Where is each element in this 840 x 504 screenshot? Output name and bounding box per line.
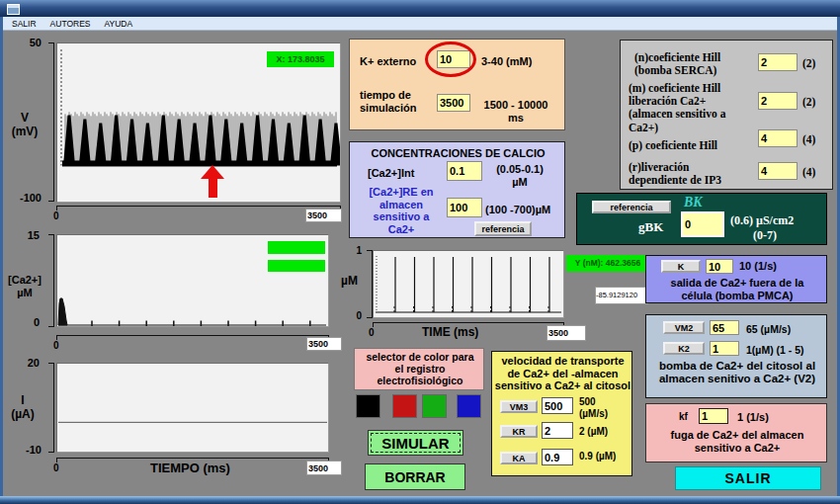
release-rate-title: velocidad de transporte de Ca2+ del -alm… [492, 355, 633, 392]
hill-r-input[interactable] [758, 162, 798, 180]
kf-range: 1 (1/s) [737, 411, 769, 424]
ka-input[interactable] [542, 449, 573, 465]
color-swatch-green[interactable] [422, 394, 447, 418]
k-parameter-button[interactable]: K [661, 260, 701, 273]
app-icon [7, 4, 20, 15]
pmca-description: salida de Ca2+ fuera de la célula (bomba… [646, 277, 828, 301]
calcium-ylabel: [Ca2+] µM [0, 274, 49, 298]
hill-n-input[interactable] [758, 53, 798, 71]
mini-x0-tick: 0 [369, 327, 375, 339]
bk-reference-button[interactable]: referencia [592, 201, 671, 213]
k2-input[interactable] [710, 341, 739, 356]
calcium-yaxis [48, 234, 54, 327]
k2-button[interactable]: K2 [663, 342, 705, 355]
exit-button[interactable]: SALIR [675, 466, 821, 490]
ca-re-input[interactable] [447, 198, 482, 217]
bk-title: BK [684, 195, 703, 210]
calcium-ymin-tick: 0 [26, 316, 40, 328]
voltage-plot[interactable]: X: 173.8035 [56, 42, 341, 203]
voltage-ymin-tick: -100 [14, 192, 42, 204]
voltage-x0-tick: 0 [53, 210, 59, 222]
leak-description: fuga de Ca2+ del almacen sensitivo a Ca2… [646, 429, 828, 454]
kr-range: 2 (µM) [579, 426, 608, 438]
kr-input[interactable] [542, 422, 573, 439]
menu-item-ayuda[interactable]: AYUDA [105, 19, 133, 29]
vm2-input[interactable] [710, 320, 739, 335]
vm2-button[interactable]: VM2 [663, 321, 705, 334]
title-bar[interactable] [0, 0, 840, 17]
current-xlabel: TIEMPO (ms) [150, 462, 230, 476]
x-cursor-readout: X: 173.8035 [267, 51, 334, 67]
window-bottom-border [0, 496, 840, 504]
gbk-input[interactable] [681, 211, 724, 237]
voltage-ymax-tick: 50 [22, 37, 42, 48]
current-plot[interactable] [56, 363, 329, 453]
mini-xend-box[interactable] [546, 325, 586, 341]
hill-m-nominal: (2) [802, 96, 815, 109]
voltage-xend-box[interactable] [305, 209, 342, 222]
current-xend-box[interactable] [306, 461, 342, 475]
bk-channel-panel: referencia BK gBK (0.6) µS/cm2 (0-7) [576, 193, 827, 245]
ca-int-input[interactable] [447, 161, 482, 181]
simulate-button[interactable]: SIMULAR [368, 430, 463, 456]
sim-time-input[interactable] [437, 94, 470, 112]
vm3-range: 500 (µM/s) [579, 396, 608, 419]
calcium-concentrations-panel: CONCENTRACIONES DE CALCIO [Ca2+]Int (0.0… [349, 141, 565, 238]
current-yaxis [48, 363, 54, 453]
ka-button[interactable]: KA [500, 452, 538, 464]
k-externo-label: K+ externo [360, 55, 416, 68]
hill-r-label: (r)liveración dependiente de IP3 [629, 161, 721, 187]
pmca-pump-panel: K 10 (1/s) salida de Ca2+ fuera de la cé… [645, 255, 827, 303]
serca-pump-panel: VM2 65 (µM/s) K2 1(µM) (1 - 5) bomba de … [645, 314, 827, 398]
hill-p-label: (p) coeficiente Hill [629, 139, 717, 152]
y-cursor-readout: Y (nM): 462.3656 [566, 255, 649, 272]
hill-p-input[interactable] [758, 129, 798, 147]
sim-time-label: tiempo de simulación [360, 89, 416, 114]
current-ymax-tick: 20 [20, 357, 40, 369]
color-selector-panel: selector de color para el registro elect… [354, 348, 484, 390]
calcium-xend-box[interactable] [306, 337, 342, 351]
red-arrow-annotation-stem [209, 178, 217, 198]
k-parameter-input[interactable] [706, 259, 733, 274]
menu-item-autores[interactable]: AUTORES [50, 19, 91, 29]
calcium-ymax-tick: 15 [20, 229, 40, 241]
gbk-range: (0.6) µS/cm2 [730, 214, 794, 228]
vm3-button[interactable]: VM3 [500, 400, 538, 413]
k-externo-range: 3-40 (mM) [481, 55, 532, 68]
voltage-ylabel: V (mV) [2, 112, 47, 139]
color-swatch-blue[interactable] [457, 394, 481, 418]
mini-plot[interactable] [373, 250, 564, 318]
hill-p-nominal: (4) [802, 133, 815, 146]
mini-waveform [374, 251, 563, 317]
kf-label: kf [679, 411, 688, 423]
current-ylabel: I (µA) [0, 394, 45, 422]
vm3-input[interactable] [542, 397, 573, 414]
gbk-range2: (0-7) [753, 229, 777, 243]
ca-re-label: [Ca2+]RE en almacen sensitivo a Ca2+ [358, 186, 445, 236]
current-waveform [57, 364, 328, 452]
concentrations-reference-button[interactable]: referencia [474, 221, 532, 236]
calcium-plot[interactable] [56, 234, 329, 327]
legend-indicator-2 [268, 260, 325, 272]
mini-xlabel: TIME (ms) [422, 326, 478, 340]
calcium-x0-tick: 0 [53, 340, 59, 352]
concentrations-title: CONCENTRACIONES DE CALCIO [350, 147, 566, 160]
mini-ymax-tick: 1 [352, 245, 362, 256]
current-x0-tick: 0 [53, 462, 59, 474]
voltage-yaxis [48, 42, 54, 202]
color-swatch-black[interactable] [356, 394, 380, 418]
mini-ymin-tick: 0 [352, 310, 362, 321]
vm2-range: 65 (µM/s) [746, 323, 791, 335]
simulation-settings-panel: K+ externo 3-40 (mM) tiempo de simulació… [349, 39, 565, 130]
kr-button[interactable]: KR [500, 425, 538, 438]
color-swatch-red[interactable] [392, 394, 417, 418]
x-value-readout: -85.9129120 [595, 287, 648, 304]
color-selector-title: selector de color para el registro elect… [355, 351, 485, 386]
menu-item-salir[interactable]: SALIR [12, 19, 37, 29]
clear-button[interactable]: BORRAR [365, 463, 465, 490]
leak-panel: kf 1 (1/s) fuga de Ca2+ del almacen sens… [645, 403, 827, 462]
kf-input[interactable] [699, 408, 728, 424]
hill-m-input[interactable] [758, 92, 798, 110]
red-circle-annotation [425, 42, 476, 77]
k-parameter-range: 10 (1/s) [739, 260, 777, 273]
